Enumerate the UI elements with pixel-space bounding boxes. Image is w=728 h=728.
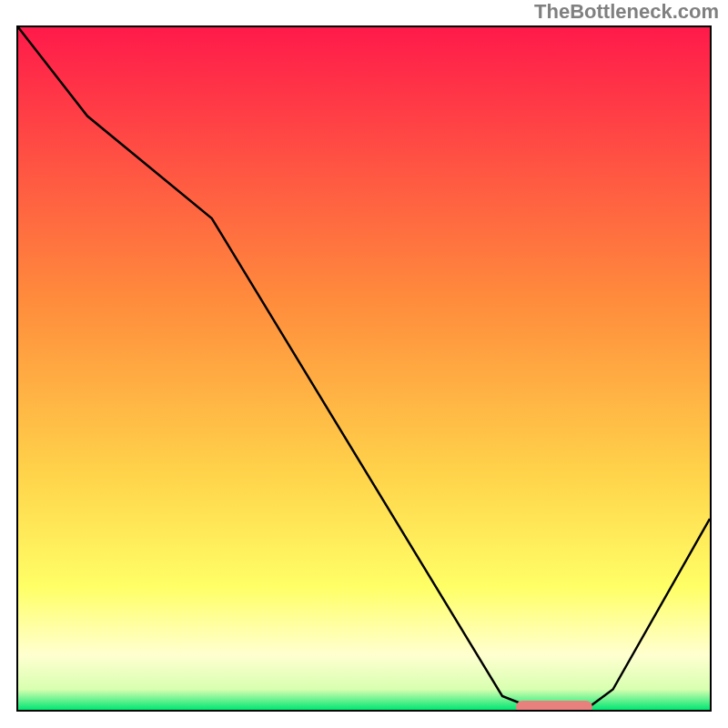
watermark-text: TheBottleneck.com [534,0,719,24]
bottleneck-curve [18,27,710,710]
optimum-marker [516,701,592,713]
plot-frame [16,25,712,712]
chart-container: TheBottleneck.com [0,0,728,728]
